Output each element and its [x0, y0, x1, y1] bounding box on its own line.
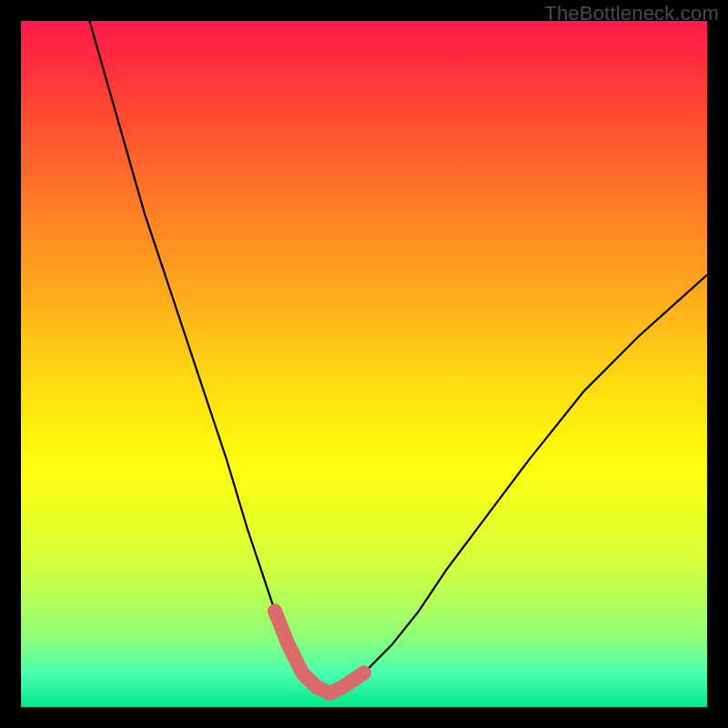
plot-area	[21, 21, 707, 707]
bottleneck-curve	[89, 21, 707, 693]
curve-layer	[21, 21, 707, 707]
highlight-band	[275, 611, 364, 693]
chart-frame: TheBottleneck.com	[0, 0, 728, 728]
watermark-text: TheBottleneck.com	[544, 2, 719, 25]
